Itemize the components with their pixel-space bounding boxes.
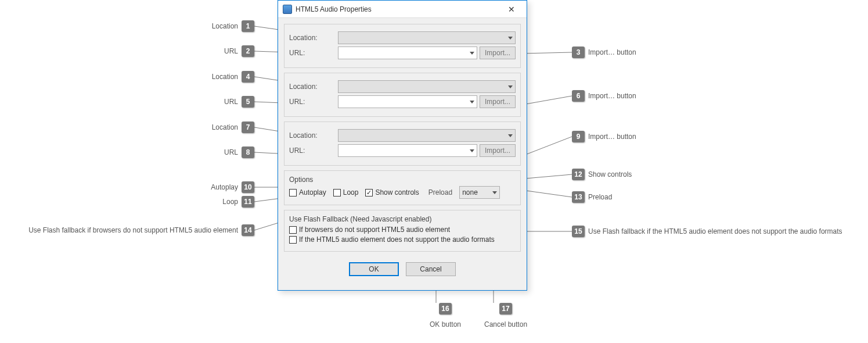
import-button-2[interactable]: Import... [480, 95, 516, 108]
close-icon[interactable]: ✕ [500, 1, 523, 17]
url-combo-1[interactable] [338, 47, 477, 59]
annotation: URL2 [0, 45, 254, 57]
chevron-down-icon [492, 191, 497, 194]
dialog-body: Location: URL: Import... Location: URL: … [278, 18, 527, 290]
chevron-down-icon [470, 101, 474, 103]
annotation: Location7 [0, 122, 254, 133]
loop-label: Loop [343, 188, 359, 196]
annotation: 15Use Flash fallback if the HTML5 audio … [572, 226, 842, 237]
url-combo-3[interactable] [338, 144, 477, 157]
checkbox-icon [333, 189, 341, 196]
location-combo-3[interactable] [338, 129, 516, 142]
checkbox-icon [289, 189, 297, 196]
show-controls-label: Show controls [375, 188, 419, 196]
chevron-down-icon [470, 52, 474, 55]
fallback-opt1-label: If browsers do not support HTML5 audio e… [299, 226, 450, 234]
audio-source-group-3: Location: URL: Import... [284, 122, 521, 166]
url-label: URL: [289, 98, 336, 106]
annotation: 13Preload [572, 191, 612, 203]
fallback-no-html5-checkbox[interactable]: If browsers do not support HTML5 audio e… [289, 226, 450, 234]
annotation: 6Import… button [572, 90, 636, 102]
chevron-down-icon [508, 37, 513, 40]
autoplay-checkbox[interactable]: Autoplay [289, 188, 326, 196]
annotation: Autoplay10 [0, 181, 254, 193]
checkbox-icon [365, 189, 373, 196]
svg-line-11 [523, 137, 572, 156]
location-label: Location: [289, 83, 336, 91]
location-label: Location: [289, 131, 336, 140]
annotation: URL5 [0, 96, 254, 108]
chevron-down-icon [470, 149, 474, 152]
audio-source-group-2: Location: URL: Import... [284, 73, 521, 117]
autoplay-label: Autoplay [299, 188, 326, 196]
flash-fallback-group: Use Flash Fallback (Need Javascript enab… [284, 210, 521, 252]
annotation: 3Import… button [572, 47, 636, 58]
fallback-legend: Use Flash Fallback (Need Javascript enab… [289, 215, 516, 223]
annotation: 9Import… button [572, 131, 636, 142]
fallback-opt2-label: If the HTML5 audio element does not supp… [299, 235, 495, 244]
dialog-title: HTML5 Audio Properties [296, 5, 372, 13]
annotation: Use Flash fallback if browsers do not su… [0, 224, 254, 236]
location-combo-2[interactable] [338, 80, 516, 93]
preload-label: Preload [428, 188, 452, 196]
fallback-no-format-checkbox[interactable]: If the HTML5 audio element does not supp… [289, 235, 495, 244]
checkbox-icon [289, 236, 297, 244]
annotation: 16OK button [430, 303, 461, 328]
titlebar: HTML5 Audio Properties ✕ [278, 1, 527, 18]
location-label: Location: [289, 34, 336, 42]
import-button-1[interactable]: Import... [480, 47, 516, 59]
ok-button[interactable]: OK [349, 262, 399, 276]
annotation: URL8 [0, 147, 254, 158]
location-combo-1[interactable] [338, 31, 516, 44]
import-button-3[interactable]: Import... [480, 144, 516, 157]
annotation: Location1 [0, 20, 254, 32]
options-legend: Options [289, 176, 516, 184]
dialog-footer: OK Cancel [284, 256, 521, 284]
annotation: 12Show controls [572, 169, 632, 180]
chevron-down-icon [508, 134, 513, 137]
audio-source-group-1: Location: URL: Import... [284, 24, 521, 68]
annotation: Location4 [0, 71, 254, 83]
preload-value: none [462, 188, 478, 196]
checkbox-icon [289, 226, 297, 234]
annotation: 17Cancel button [484, 303, 527, 328]
options-group: Options Autoplay Loop Show controls Prel… [284, 170, 521, 205]
app-icon [283, 5, 292, 14]
preload-select[interactable]: none [459, 186, 500, 199]
cancel-button[interactable]: Cancel [406, 262, 456, 276]
url-label: URL: [289, 147, 336, 155]
dialog-html5-audio-properties: HTML5 Audio Properties ✕ Location: URL: … [278, 0, 527, 291]
url-combo-2[interactable] [338, 95, 477, 108]
loop-checkbox[interactable]: Loop [333, 188, 359, 196]
svg-line-9 [523, 52, 572, 53]
svg-line-10 [523, 96, 572, 105]
show-controls-checkbox[interactable]: Show controls [365, 188, 419, 196]
chevron-down-icon [508, 85, 513, 88]
annotation: Loop11 [0, 196, 254, 208]
url-label: URL: [289, 49, 336, 57]
